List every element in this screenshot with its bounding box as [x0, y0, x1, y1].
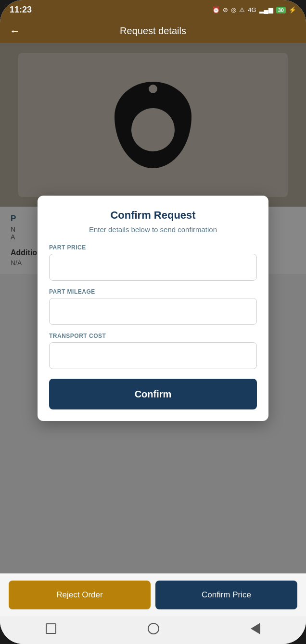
page-title: Request details — [120, 25, 186, 37]
nav-bar — [0, 616, 306, 644]
reject-order-button[interactable]: Reject Order — [9, 581, 151, 609]
part-price-input[interactable] — [49, 254, 257, 281]
modal-subtitle: Enter details below to send confirmation — [49, 225, 257, 234]
signal-icon: 4G — [248, 6, 256, 13]
nav-square-icon[interactable] — [46, 623, 56, 634]
focus-icon: ◎ — [231, 6, 236, 13]
bottom-bar: Reject Order Confirm Price — [0, 573, 306, 616]
transport-cost-label: TRANSPORT COST — [49, 333, 257, 339]
status-time: 11:23 — [10, 5, 32, 15]
warning-icon: ⚠ — [239, 6, 245, 13]
phone-frame: 11:23 ⏰ ⊘ ◎ ⚠ 4G ▂▄▆ 30 ⚡ ← Request deta… — [0, 0, 306, 644]
part-price-label: PART PRICE — [49, 244, 257, 251]
part-mileage-input[interactable] — [49, 298, 257, 325]
part-mileage-label: PART MILEAGE — [49, 288, 257, 295]
status-icons: ⏰ ⊘ ◎ ⚠ 4G ▂▄▆ 30 ⚡ — [212, 6, 296, 13]
alarm-icon: ⏰ — [212, 6, 220, 13]
app-header: ← Request details — [0, 19, 306, 43]
signal-bars-icon: ▂▄▆ — [259, 6, 273, 13]
battery-indicator: 30 — [276, 7, 286, 13]
nav-back-icon[interactable] — [251, 623, 260, 634]
confirm-button[interactable]: Confirm — [49, 379, 257, 409]
confirm-price-button[interactable]: Confirm Price — [155, 581, 297, 609]
main-content: P NA Additional Services N/A Confirm Req… — [0, 43, 306, 573]
back-button[interactable]: ← — [10, 25, 20, 37]
status-bar: 11:23 ⏰ ⊘ ◎ ⚠ 4G ▂▄▆ 30 ⚡ — [0, 0, 306, 19]
confirm-request-modal: Confirm Request Enter details below to s… — [38, 196, 268, 421]
transport-cost-input[interactable] — [49, 342, 257, 369]
modal-title: Confirm Request — [49, 209, 257, 222]
do-not-disturb-icon: ⊘ — [223, 6, 228, 13]
modal-overlay: Confirm Request Enter details below to s… — [0, 43, 306, 573]
nav-home-icon[interactable] — [148, 623, 159, 634]
charging-icon: ⚡ — [289, 6, 296, 13]
